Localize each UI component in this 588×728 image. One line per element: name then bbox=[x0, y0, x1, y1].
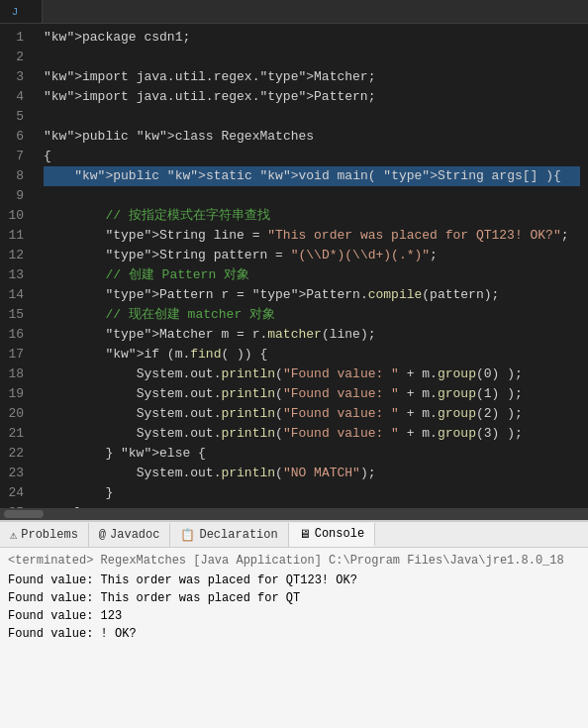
bottom-tab-declaration[interactable]: 📋Declaration bbox=[170, 523, 288, 547]
bottom-panel: ⚠Problems@Javadoc📋Declaration🖥Console <t… bbox=[0, 520, 588, 728]
bottom-tab-console[interactable]: 🖥Console bbox=[289, 523, 375, 547]
code-content[interactable]: "kw">package csdn1; "kw">import java.uti… bbox=[36, 24, 588, 508]
scrollbar-thumb[interactable] bbox=[4, 510, 44, 518]
code-line-3: "kw">import java.util.regex."type">Match… bbox=[44, 67, 580, 87]
code-line-1: "kw">package csdn1; bbox=[44, 28, 580, 48]
code-line-10: // 按指定模式在字符串查找 bbox=[44, 206, 580, 226]
console-tab-icon: 🖥 bbox=[299, 527, 311, 542]
declaration-tab-label: Declaration bbox=[199, 528, 277, 542]
code-line-5 bbox=[44, 107, 580, 127]
code-line-20: System.out.println("Found value: " + m.g… bbox=[44, 404, 580, 424]
line-numbers: 1234567891011121314151617181920212223242… bbox=[0, 24, 36, 508]
code-line-19: System.out.println("Found value: " + m.g… bbox=[44, 384, 580, 404]
code-line-17: "kw">if (m.find( )) { bbox=[44, 345, 580, 364]
code-line-8: "kw">public "kw">static "kw">void main( … bbox=[44, 166, 580, 186]
console-terminated-line: <terminated> RegexMatches [Java Applicat… bbox=[8, 552, 580, 570]
horizontal-scrollbar[interactable] bbox=[0, 508, 588, 520]
editor-tab[interactable]: J bbox=[0, 0, 43, 23]
problems-tab-icon: ⚠ bbox=[10, 528, 17, 543]
code-line-2 bbox=[44, 48, 580, 67]
code-line-7: { bbox=[44, 147, 580, 166]
bottom-tab-bar: ⚠Problems@Javadoc📋Declaration🖥Console bbox=[0, 522, 588, 548]
code-line-4: "kw">import java.util.regex."type">Patte… bbox=[44, 87, 580, 107]
code-line-15: // 现在创建 matcher 对象 bbox=[44, 305, 580, 325]
bottom-tab-javadoc[interactable]: @Javadoc bbox=[89, 523, 171, 547]
javadoc-tab-icon: @ bbox=[99, 528, 106, 542]
declaration-tab-icon: 📋 bbox=[180, 528, 195, 543]
code-line-12: "type">String pattern = "(\\D*)(\\d+)(.*… bbox=[44, 246, 580, 265]
console-tab-label: Console bbox=[315, 527, 364, 541]
code-line-9 bbox=[44, 186, 580, 206]
code-line-13: // 创建 Pattern 对象 bbox=[44, 265, 580, 285]
code-line-21: System.out.println("Found value: " + m.g… bbox=[44, 424, 580, 444]
code-line-6: "kw">public "kw">class RegexMatches bbox=[44, 127, 580, 147]
java-file-icon: J bbox=[8, 5, 22, 19]
code-editor: 1234567891011121314151617181920212223242… bbox=[0, 24, 588, 508]
code-line-23: System.out.println("NO MATCH"); bbox=[44, 464, 580, 483]
console-output-line-2: Found value: 123 bbox=[8, 607, 580, 625]
code-line-16: "type">Matcher m = r.matcher(line); bbox=[44, 325, 580, 345]
code-line-14: "type">Pattern r = "type">Pattern.compil… bbox=[44, 285, 580, 305]
console-output: <terminated> RegexMatches [Java Applicat… bbox=[0, 548, 588, 728]
console-output-line-0: Found value: This order was placed for Q… bbox=[8, 572, 580, 589]
code-line-11: "type">String line = "This order was pla… bbox=[44, 226, 580, 246]
code-line-18: System.out.println("Found value: " + m.g… bbox=[44, 364, 580, 384]
javadoc-tab-label: Javadoc bbox=[110, 528, 159, 542]
bottom-tab-problems[interactable]: ⚠Problems bbox=[0, 523, 89, 547]
console-output-line-3: Found value: ! OK? bbox=[8, 625, 580, 643]
console-output-line-1: Found value: This order was placed for Q… bbox=[8, 589, 580, 607]
code-line-22: } "kw">else { bbox=[44, 444, 580, 464]
code-line-24: } bbox=[44, 483, 580, 503]
editor-tab-bar: J bbox=[0, 0, 588, 24]
problems-tab-label: Problems bbox=[21, 528, 78, 542]
